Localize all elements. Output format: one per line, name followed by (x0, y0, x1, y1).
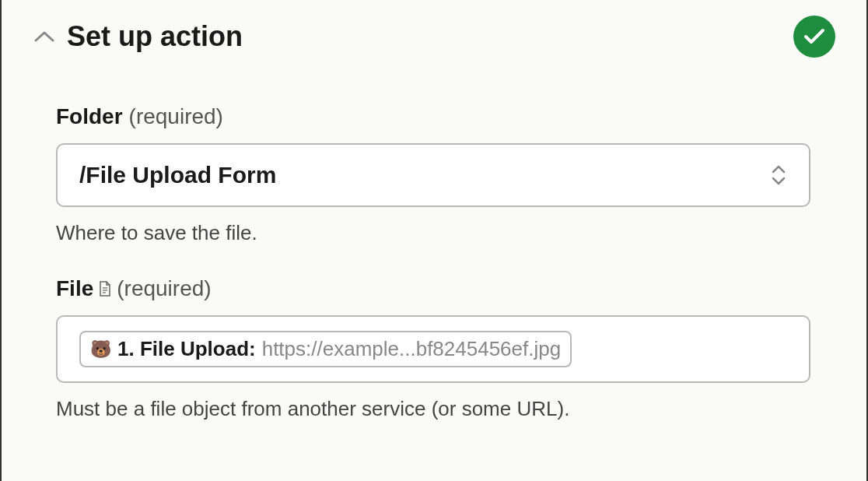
folder-label-row: Folder (required) (56, 104, 835, 129)
status-complete-icon (793, 16, 835, 58)
action-panel: Set up action Folder (required) /File Up… (0, 0, 868, 481)
section-header: Set up action (33, 16, 835, 58)
file-mapping-pill[interactable]: 🐻 1. File Upload: https://example...bf82… (79, 331, 572, 367)
file-field: File (required) 🐻 1. File Upload: https:… (56, 276, 835, 421)
file-input[interactable]: 🐻 1. File Upload: https://example...bf82… (56, 315, 810, 383)
folder-helper-text: Where to save the file. (56, 221, 835, 245)
section-header-left[interactable]: Set up action (33, 20, 243, 53)
file-pill-value: https://example...bf8245456ef.jpg (262, 337, 562, 361)
folder-label: Folder (56, 104, 123, 129)
section-title: Set up action (67, 20, 243, 53)
select-arrows-icon (770, 163, 787, 187)
folder-required: (required) (129, 104, 223, 129)
wpforms-icon: 🐻 (90, 341, 111, 358)
chevron-up-icon (33, 29, 56, 44)
folder-select[interactable]: /File Upload Form (56, 143, 810, 207)
folder-select-value: /File Upload Form (79, 162, 276, 188)
file-label-row: File (required) (56, 276, 835, 301)
file-label: File (56, 276, 93, 301)
document-icon (98, 280, 112, 297)
file-helper-text: Must be a file object from another servi… (56, 397, 835, 421)
file-pill-label: 1. File Upload: (117, 337, 256, 361)
file-required: (required) (117, 276, 211, 301)
folder-field: Folder (required) /File Upload Form Wher… (56, 104, 835, 245)
